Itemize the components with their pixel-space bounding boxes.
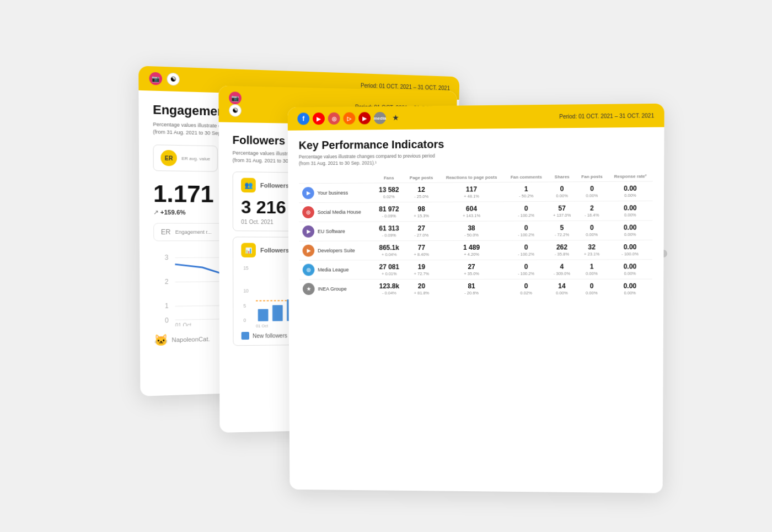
fan-posts-cell-2: 00.00% — [576, 221, 608, 240]
comments-cell-5: 00.02% — [505, 279, 548, 298]
legend-label: New followers — [253, 332, 287, 339]
fans-cell-0: 13 5820.02% — [374, 182, 404, 202]
shares-cell-4: 4- 309.0% — [548, 259, 576, 278]
response-rate-cell-5: 0.000.00% — [608, 278, 652, 298]
card-front-header: f ▶ ◎ ▷ ▶ media ★ Period: 01 OCT. 2021 –… — [288, 103, 664, 130]
svg-text:01 Oct: 01 Oct — [256, 323, 269, 328]
fan-posts-cell-1: 2- 16.4% — [576, 201, 608, 221]
engagement-row-icon: ER — [161, 228, 171, 235]
comments-cell-2: 0- 100.2% — [505, 221, 548, 240]
kpi-table: Fans Page posts Reactions to page posts … — [299, 171, 653, 298]
svg-text:01 Oct: 01 Oct — [175, 322, 191, 326]
col-company — [299, 173, 374, 183]
table-row: ▶Your business13 5820.02%12- 25.0%117+ 4… — [299, 181, 653, 202]
comments-cell-1: 0- 100.2% — [505, 201, 548, 221]
er-avg-label: ER avg. value — [181, 155, 210, 161]
media-icon: media — [374, 111, 386, 123]
facebook-icon: f — [297, 112, 309, 125]
company-cell-1: ◎Social Media House — [299, 202, 374, 222]
header-icons-back: 📷 ☯ — [149, 72, 179, 85]
er-avg-card: ER ER avg. value — [153, 144, 217, 171]
fans-cell-4: 27 081+ 0.01% — [374, 260, 404, 279]
svg-text:2: 2 — [165, 277, 169, 286]
period-label-front: Period: 01 OCT. 2021 – 31 OCT. 2021 — [559, 112, 654, 119]
fans-cell-3: 865.1k+ 0.04% — [374, 240, 404, 260]
response-rate-cell-1: 0.000.00% — [608, 201, 652, 221]
col-fan-posts: Fan posts — [576, 171, 608, 181]
svg-text:0: 0 — [243, 317, 246, 323]
table-row: ◎Social Media House81 972- 0.09%98+ 15.3… — [299, 201, 652, 222]
star-icon: ★ — [389, 111, 401, 123]
svg-text:0: 0 — [165, 316, 169, 324]
svg-rect-16 — [272, 305, 283, 321]
er-avg-icon: ER — [160, 150, 177, 166]
youtube-icon: ▶ — [313, 112, 325, 125]
svg-rect-15 — [258, 309, 269, 321]
vimeo-icon: ▶ — [358, 112, 371, 124]
col-response-rate: Response rate² — [608, 171, 652, 181]
shares-cell-0: 00.00% — [548, 181, 576, 201]
fan-posts-cell-3: 32+ 23.1% — [576, 240, 608, 259]
reactions-cell-1: 604+ 143.1% — [438, 201, 505, 221]
response-rate-cell-2: 0.000.00% — [608, 220, 652, 240]
response-rate-cell-4: 0.000.00% — [608, 259, 652, 278]
response-rate-cell-0: 0.000.00% — [608, 181, 652, 201]
platform-icons-row: f ▶ ◎ ▷ ▶ media ★ — [297, 111, 401, 125]
table-row: ▶Developers Suite865.1k+ 0.04%77+ 8.40%1… — [299, 240, 653, 260]
company-cell-2: ▶EU Software — [299, 221, 374, 240]
yin-yang-icon: ☯ — [167, 72, 179, 85]
col-reactions: Reactions to page posts — [438, 172, 505, 182]
col-comments: Fan comments — [505, 172, 548, 182]
scene: 📷 ☯ Period: 01 OCT. 2021 – 31 OCT. 2021 … — [110, 40, 662, 492]
col-page-posts: Page posts — [404, 173, 438, 182]
instagram-icon-mid: 📷 — [229, 92, 242, 104]
col-fans: Fans — [374, 173, 404, 182]
header-icons-mid: 📷 ☯ — [229, 92, 242, 117]
fan-posts-cell-5: 00.00% — [576, 279, 608, 298]
legend-box — [242, 332, 249, 340]
followers-label: Followers — [260, 182, 289, 189]
kpi-title: Key Performance Indicators — [299, 136, 653, 152]
svg-text:15: 15 — [243, 265, 249, 271]
page-posts-cell-1: 98+ 15.3% — [404, 202, 438, 221]
reactions-cell-3: 1 489+ 4.20% — [438, 240, 505, 259]
dailymotion-icon: ▷ — [343, 112, 355, 124]
company-cell-3: ▶Developers Suite — [299, 240, 374, 260]
reactions-cell-5: 81- 20.6% — [439, 279, 505, 298]
fans-cell-2: 61 313- 0.09% — [374, 221, 404, 240]
logo-text: NapoleonCat. — [171, 336, 210, 343]
followers-icon: 👥 — [241, 178, 256, 192]
table-row: ★INEA Groupe123.8k- 0.04%20+ 81.8%81- 20… — [299, 278, 652, 298]
page-posts-cell-4: 19+ 72.7% — [404, 260, 438, 279]
response-rate-cell-3: 0.00- 100.0% — [608, 240, 652, 260]
svg-text:1: 1 — [165, 302, 169, 310]
svg-text:3: 3 — [164, 253, 168, 261]
instagram-icon: 📷 — [149, 72, 162, 85]
col-shares: Shares — [548, 171, 576, 181]
card-kpi: f ▶ ◎ ▷ ▶ media ★ Period: 01 OCT. 2021 –… — [288, 103, 664, 493]
comments-cell-3: 0- 100.2% — [505, 240, 548, 259]
company-cell-4: ◎Media League — [299, 260, 374, 279]
shares-cell-5: 140.00% — [548, 279, 576, 298]
location-icon: ◎ — [328, 112, 340, 124]
page-posts-cell-0: 12- 25.0% — [404, 182, 438, 202]
table-row: ▶EU Software61 313- 0.09%27- 27.0%38- 50… — [299, 220, 652, 240]
company-cell-0: ▶Your business — [299, 182, 374, 202]
svg-text:10: 10 — [243, 288, 249, 293]
fan-posts-cell-0: 00.00% — [576, 181, 608, 201]
page-posts-cell-2: 27- 27.0% — [404, 221, 438, 240]
shares-cell-3: 262- 35.8% — [548, 240, 576, 259]
fans-cell-5: 123.8k- 0.04% — [374, 279, 404, 298]
company-cell-5: ★INEA Groupe — [299, 279, 374, 298]
fan-posts-cell-4: 10.00% — [576, 259, 608, 278]
reactions-cell-2: 38- 50.0% — [438, 221, 505, 240]
shares-cell-2: 5- 72.2% — [548, 221, 576, 240]
svg-text:5: 5 — [243, 303, 246, 308]
yin-yang-icon-mid: ☯ — [229, 104, 242, 116]
reactions-cell-0: 117+ 48.1% — [438, 182, 505, 202]
kpi-subtitle: Percentage values illustrate changes com… — [299, 151, 653, 167]
fans-cell-1: 81 972- 0.09% — [374, 202, 404, 221]
page-posts-cell-3: 77+ 8.40% — [404, 240, 438, 260]
table-row: ◎Media League27 081+ 0.01%19+ 72.7%27+ 3… — [299, 259, 652, 279]
engagement-row-label: Engagement r... — [175, 229, 212, 235]
